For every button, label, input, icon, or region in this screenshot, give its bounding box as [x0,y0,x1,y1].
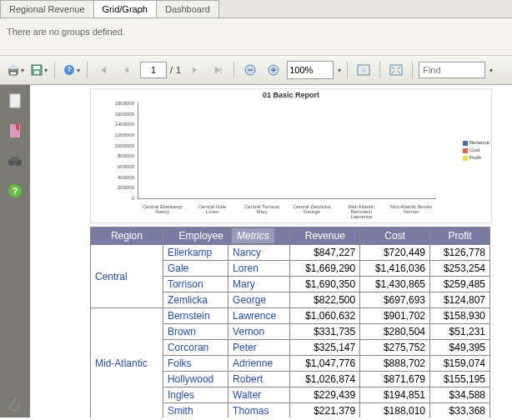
cell: $720,449 [360,245,430,261]
cell: Brown [163,324,228,340]
page-total: 1 [176,65,181,75]
col-region: Region [91,228,163,245]
x-tick: Mid-Atlantic Brown Vernon [390,204,432,219]
y-tick: 200000 [93,185,134,190]
export-button[interactable]: ▾ [61,60,81,80]
cell: Loren [228,261,290,277]
cell-region: Central [91,245,163,308]
cell: Smith [163,403,228,418]
zoom-in-button[interactable] [264,60,284,80]
prev-page-button[interactable] [117,60,137,80]
cell: $159,074 [429,356,489,372]
print-button[interactable]: ▾ [5,60,25,80]
cell: Robert [228,372,290,388]
cell: Walter [228,388,290,403]
y-tick: 1400000 [93,122,134,127]
cell: $275,752 [360,340,430,356]
cell: $1,669,290 [290,261,360,277]
binoculars-icon[interactable] [8,153,23,168]
cell: $33,368 [429,403,489,418]
cell: $1,060,632 [290,308,360,324]
y-tick: 0 [93,196,134,201]
cell: $871,679 [360,372,430,388]
report-content: 01 Basic Report 180000016000001400000120… [30,85,512,418]
y-tick: 1600000 [93,112,134,117]
cell: Ellerkamp [163,245,228,261]
cell: $325,147 [290,340,360,356]
page-number-input[interactable] [140,62,167,78]
last-page-button[interactable] [208,60,228,80]
help-icon[interactable]: ? [8,183,23,198]
cell: $331,735 [290,324,360,340]
svg-rect-17 [16,123,19,130]
first-page-button[interactable] [93,60,113,80]
save-button[interactable]: ▾ [28,60,48,80]
cell: Ingles [163,388,228,403]
svg-text:?: ? [13,186,18,196]
cell: $155,195 [429,372,489,388]
cell: $822,500 [290,292,360,308]
svg-rect-2 [10,72,17,75]
chart: 01 Basic Report 180000016000001400000120… [90,88,492,223]
cell: Peter [228,340,290,356]
sidebar: ? [0,85,30,418]
cell: Adrienne [228,356,290,372]
cell: Thomas [228,403,290,418]
find-dropdown-icon[interactable]: ▾ [489,67,493,74]
y-tick: 1000000 [93,143,134,148]
x-tick: Central Ellerkamp Nancy [142,204,183,219]
cell: $51,231 [429,324,489,340]
cell: Corcoran [163,340,228,356]
tab-dashboard[interactable]: Dashboard [156,0,219,18]
tab-grid-graph[interactable]: Grid/Graph [93,0,157,18]
zoom-dropdown-icon[interactable]: ▾ [338,67,341,74]
group-message: There are no groups defined. [0,18,512,56]
fullscreen-button[interactable] [386,60,406,80]
x-tick: Central Torrison Mary [241,204,283,219]
svg-rect-13 [361,68,366,72]
find-input[interactable] [419,62,485,78]
bookmark-icon[interactable] [8,123,23,138]
svg-rect-20 [11,157,19,161]
cell: $124,807 [429,292,489,308]
document-icon[interactable] [8,93,23,108]
cell: $126,778 [429,245,489,261]
cell: Bernstein [163,308,228,324]
table-row: Mid-AtlanticBernsteinLawrence$1,060,632$… [91,308,490,324]
cell: Vernon [228,324,290,340]
cell: George [228,292,290,308]
cell: $1,430,865 [360,277,430,292]
zoom-select[interactable] [287,61,334,79]
col-revenue: Revenue [290,228,360,245]
cell: $229,439 [290,388,360,403]
y-tick: 600000 [93,164,134,169]
cell: $847,227 [290,245,360,261]
data-table: Region Employee Metrics Revenue Cost Pro… [90,227,490,418]
tab-regional-revenue[interactable]: Regional Revenue [0,0,94,18]
svg-rect-5 [34,71,39,74]
y-tick: 800000 [93,153,134,158]
cell: Zemlicka [163,292,228,308]
cell: $1,047,776 [290,356,360,372]
fit-page-button[interactable] [354,60,374,80]
cell: Hollywood [163,372,228,388]
cell: $188,010 [360,403,430,418]
table-row: CentralEllerkampNancy$847,227$720,449$12… [91,245,490,261]
cell: $253,254 [429,261,489,277]
y-tick: 1800000 [93,101,134,106]
cell: Lawrence [228,308,290,324]
svg-rect-4 [33,66,40,69]
cell: $221,379 [290,403,360,418]
tab-bar: Regional Revenue Grid/Graph Dashboard [0,0,512,18]
y-tick: 400000 [93,175,134,180]
zoom-out-button[interactable] [240,60,260,80]
x-tick: Mid-Atlantic Bernstein Lawrence [340,204,382,219]
col-cost: Cost [360,228,430,245]
cell: $697,693 [360,292,430,308]
attachment-icon[interactable] [7,395,22,413]
y-tick: 1200000 [93,132,134,138]
next-page-button[interactable] [184,60,204,80]
cell: $259,485 [429,277,489,292]
cell: $34,588 [429,388,489,403]
svg-rect-15 [10,94,20,108]
